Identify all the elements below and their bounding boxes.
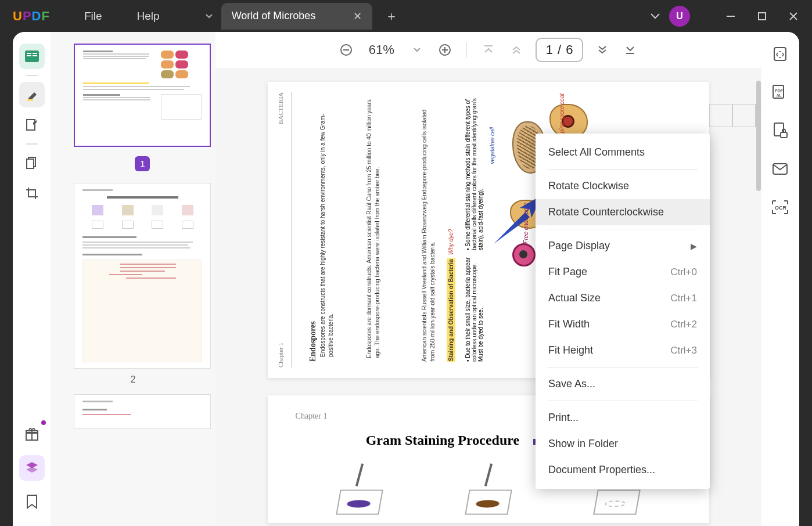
app-logo: U P D F xyxy=(13,9,49,24)
ctx-label: Actual Size xyxy=(548,292,601,304)
tool-bookmark[interactable] xyxy=(19,489,45,514)
ctx-show-in-folder[interactable]: Show in Folder xyxy=(536,431,710,457)
table-fragment xyxy=(709,104,761,127)
mail-icon xyxy=(772,163,788,175)
svg-rect-25 xyxy=(781,132,787,138)
tab-close-button[interactable]: ✕ xyxy=(353,10,362,23)
slide-icon xyxy=(336,489,383,514)
text-column-2: American scientists Russell Vreeland and… xyxy=(421,98,438,362)
chevron-down-icon xyxy=(414,48,421,52)
svg-rect-19 xyxy=(626,53,634,54)
window-minimize[interactable] xyxy=(717,6,745,27)
tool-highlight[interactable] xyxy=(19,82,45,107)
svg-text:OCR: OCR xyxy=(775,205,787,211)
left-tool-rail xyxy=(13,32,51,526)
ctx-label: Show in Folder xyxy=(548,438,618,450)
tab-area: World of Microbes ✕ ＋ xyxy=(200,3,398,30)
ctx-label: Select All Comments xyxy=(548,146,645,158)
chevron-up-double-icon xyxy=(511,46,522,54)
thumbnail-page-2[interactable] xyxy=(74,183,211,369)
minimize-icon xyxy=(727,16,735,17)
logo-letter: D xyxy=(32,9,41,24)
zoom-in-button[interactable] xyxy=(436,41,454,59)
page-indicator[interactable]: 1 / 6 xyxy=(536,38,584,62)
ctx-fit-width[interactable]: Fit WidthCtrl+2 xyxy=(536,311,710,337)
svg-rect-7 xyxy=(27,99,33,101)
page-separator: / xyxy=(558,42,561,57)
tool-crop[interactable] xyxy=(19,181,45,206)
maximize-icon xyxy=(758,12,766,20)
ctx-page-display[interactable]: Page Display▶ xyxy=(536,233,710,259)
ocr-icon: OCR xyxy=(771,200,789,215)
notification-dot xyxy=(41,420,46,425)
tool-reader[interactable] xyxy=(19,44,45,69)
diagram-label: Free endospore xyxy=(523,203,529,244)
chevron-down-double-icon xyxy=(597,46,608,54)
tool-share[interactable] xyxy=(770,158,791,179)
menu-file[interactable]: File xyxy=(84,10,102,23)
layers-icon xyxy=(24,460,39,475)
ctx-save-as[interactable]: Save As... xyxy=(536,371,710,397)
new-tab-button[interactable]: ＋ xyxy=(385,8,398,25)
ctx-label: Document Properties... xyxy=(548,464,655,476)
svg-rect-1 xyxy=(759,13,766,20)
ctx-label: Rotate Counterclockwise xyxy=(548,206,664,218)
ctx-fit-height[interactable]: Fit HeightCtrl+3 xyxy=(536,337,710,363)
tool-pages[interactable] xyxy=(19,150,45,176)
logo-letter: F xyxy=(41,9,49,24)
ctx-rotate-clockwise[interactable]: Rotate Clockwise xyxy=(536,173,710,199)
next-page-button[interactable] xyxy=(594,41,611,59)
thumbnail-page-3[interactable] xyxy=(74,394,211,429)
zoom-dropdown[interactable] xyxy=(408,41,426,59)
user-avatar[interactable]: U xyxy=(669,6,690,27)
tab-list-dropdown[interactable] xyxy=(200,5,218,28)
zoom-out-button[interactable] xyxy=(337,41,355,59)
heading-endospores: Endospores xyxy=(307,98,319,362)
tool-protect[interactable] xyxy=(770,120,791,141)
view-toolbar: 61% 1 / 6 xyxy=(215,32,761,68)
svg-rect-17 xyxy=(444,47,445,53)
current-page: 1 xyxy=(546,42,553,57)
tool-pdfa[interactable]: PDF/A xyxy=(770,82,791,103)
context-menu: Select All Comments Rotate Clockwise Rot… xyxy=(536,134,710,489)
tab-active[interactable]: World of Microbes ✕ xyxy=(221,3,372,30)
ctx-actual-size[interactable]: Actual SizeCtrl+1 xyxy=(536,285,710,311)
chevron-down-icon xyxy=(651,13,660,19)
tool-gift[interactable] xyxy=(19,421,45,447)
tool-layers[interactable] xyxy=(19,455,45,481)
prev-page-button[interactable] xyxy=(508,41,525,59)
pages-icon xyxy=(25,156,39,170)
scrollbar-thumb[interactable] xyxy=(756,81,761,191)
text-column-3: Staining and Observation of Bacteria Why… xyxy=(447,98,455,362)
ctx-rotate-counterclockwise[interactable]: Rotate Counterclockwise xyxy=(536,199,710,225)
svg-rect-0 xyxy=(727,16,735,17)
account-dropdown[interactable] xyxy=(645,6,666,27)
ctx-shortcut: Ctrl+2 xyxy=(670,319,697,330)
thumbnail-page-1[interactable] xyxy=(74,44,211,147)
ctx-select-all-comments[interactable]: Select All Comments xyxy=(536,139,710,165)
ctx-shortcut: Ctrl+3 xyxy=(670,345,697,356)
thumbnail-preview xyxy=(74,183,210,368)
book-icon xyxy=(24,50,39,63)
ctx-fit-page[interactable]: Fit PageCtrl+0 xyxy=(536,259,710,285)
last-page-button[interactable] xyxy=(621,41,639,59)
bookmark-icon xyxy=(26,494,38,509)
window-maximize[interactable] xyxy=(748,6,776,27)
diagram-label: vegetative cell xyxy=(489,127,495,164)
ctx-document-properties[interactable]: Document Properties... xyxy=(536,457,710,483)
tool-edit[interactable] xyxy=(19,112,45,138)
svg-text:PDF: PDF xyxy=(775,89,784,93)
window-close[interactable] xyxy=(779,6,807,27)
tool-ocr[interactable]: OCR xyxy=(770,197,791,218)
tool-convert[interactable] xyxy=(770,44,791,64)
logo-letter: U xyxy=(13,9,22,24)
thumbnail-panel[interactable]: 1 xyxy=(51,32,215,526)
ctx-label: Fit Width xyxy=(548,318,590,330)
toolbar-divider xyxy=(466,42,467,57)
chevron-down-icon xyxy=(206,14,213,19)
menu-help[interactable]: Help xyxy=(137,10,160,23)
ctx-print[interactable]: Print... xyxy=(536,405,710,431)
zoom-level: 61% xyxy=(369,42,394,57)
cell-shape xyxy=(512,243,536,266)
first-page-button[interactable] xyxy=(480,41,497,59)
